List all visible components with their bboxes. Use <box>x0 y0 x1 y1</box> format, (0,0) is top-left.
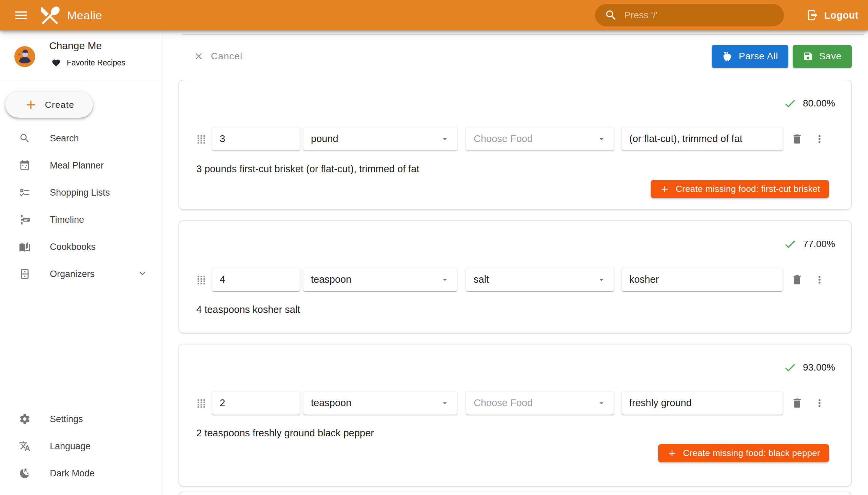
parse-all-label: Parse All <box>739 51 778 62</box>
sidebar-item-organizers[interactable]: Organizers <box>0 260 162 288</box>
note-field <box>622 268 783 291</box>
note-field <box>622 391 783 415</box>
parser-toolbar: Cancel Parse All Save <box>193 45 852 68</box>
sidebar-item-cookbooks[interactable]: Cookbooks <box>0 233 162 260</box>
create-missing-food-button[interactable]: Create missing food: black pepper <box>658 444 829 462</box>
kebab-menu-icon <box>814 274 825 286</box>
file-cabinet-icon <box>19 268 31 280</box>
sidebar-item-timeline[interactable]: Timeline <box>0 206 162 233</box>
logout-label: Logout <box>824 10 858 21</box>
logout-button[interactable]: Logout <box>806 0 858 31</box>
sidebar-item-label: Language <box>50 441 90 451</box>
trash-icon <box>791 133 803 145</box>
unit-value: teaspoon <box>311 397 351 409</box>
parse-all-button[interactable]: Parse All <box>712 45 788 68</box>
ingredient-menu-button[interactable] <box>811 395 828 411</box>
create-missing-food-button[interactable]: Create missing food: first-cut brisket <box>651 180 829 198</box>
drag-handle-icon[interactable] <box>196 397 207 409</box>
menu-down-icon <box>440 398 449 408</box>
hamburger-menu-icon[interactable] <box>10 4 32 26</box>
logout-icon <box>806 9 819 21</box>
create-button[interactable]: Create <box>5 92 93 118</box>
ingredient-row: pound Choose Food <box>179 127 851 151</box>
sidebar: Change Me Favorite Recipes Create Search… <box>0 31 163 495</box>
unit-select[interactable]: pound <box>303 127 457 151</box>
save-icon <box>803 51 813 62</box>
original-ingredient-text: 3 pounds first-cut brisket (or flat-cut)… <box>196 164 851 175</box>
check-icon <box>783 237 797 251</box>
ingredient-row: teaspoon Choose Food <box>179 391 851 415</box>
delete-ingredient-button[interactable] <box>789 272 805 288</box>
menu-down-icon <box>597 134 606 144</box>
sidebar-item-label: Shopping Lists <box>50 187 110 198</box>
create-button-label: Create <box>45 100 74 110</box>
sidebar-item-label: Search <box>50 133 79 144</box>
menu-down-icon <box>597 275 606 285</box>
sidebar-item-meal-planner[interactable]: Meal Planner <box>0 152 162 179</box>
sidebar-item-label: Timeline <box>50 215 84 225</box>
sidebar-item-search[interactable]: Search <box>0 125 162 152</box>
note-input[interactable] <box>629 274 775 285</box>
food-select[interactable]: Choose Food <box>466 127 614 151</box>
confidence-row: 80.00% <box>179 97 835 110</box>
sidebar-item-dark-mode[interactable]: Dark Mode <box>0 460 162 487</box>
favorite-recipes-label: Favorite Recipes <box>67 58 125 67</box>
search-input[interactable] <box>624 10 781 21</box>
delete-ingredient-button[interactable] <box>789 131 805 147</box>
menu-down-icon <box>440 275 449 285</box>
content-top-divider <box>182 34 864 35</box>
global-search[interactable] <box>595 4 784 27</box>
save-label: Save <box>819 51 841 62</box>
sidebar-bottom-nav: Settings Language Dark Mode <box>0 406 162 487</box>
user-name: Change Me <box>49 40 102 52</box>
delete-ingredient-button[interactable] <box>789 395 805 411</box>
food-select[interactable]: salt <box>466 268 614 291</box>
kebab-menu-icon <box>814 397 825 409</box>
create-missing-food-label: Create missing food: black pepper <box>683 448 820 458</box>
apple-icon <box>722 51 733 62</box>
plus-icon <box>660 184 670 194</box>
moon-stars-icon <box>19 467 31 479</box>
quantity-input[interactable] <box>220 397 292 409</box>
ingredient-menu-button[interactable] <box>811 131 828 147</box>
drag-handle-icon[interactable] <box>196 274 207 286</box>
sidebar-item-language[interactable]: Language <box>0 433 162 460</box>
unit-value: teaspoon <box>311 274 351 285</box>
plus-icon <box>667 448 677 458</box>
app-title: Mealie <box>67 9 102 22</box>
confidence-row: 93.00% <box>179 361 835 374</box>
sidebar-item-label: Organizers <box>50 269 95 279</box>
list-checks-icon <box>19 187 31 198</box>
missing-food-row: Create missing food: first-cut brisket <box>179 180 851 198</box>
unit-select[interactable]: teaspoon <box>303 391 457 415</box>
menu-down-icon <box>440 134 449 144</box>
magnify-icon <box>19 133 31 144</box>
food-select[interactable]: Choose Food <box>466 391 614 415</box>
sidebar-item-label: Settings <box>50 414 83 425</box>
sidebar-item-shopping-lists[interactable]: Shopping Lists <box>0 179 162 206</box>
drag-handle-icon[interactable] <box>196 133 207 145</box>
quantity-input[interactable] <box>220 274 292 285</box>
favorite-recipes-link[interactable]: Favorite Recipes <box>52 58 125 67</box>
sidebar-item-label: Dark Mode <box>50 468 95 479</box>
close-icon <box>193 51 204 62</box>
note-input[interactable] <box>629 133 775 144</box>
cancel-button[interactable]: Cancel <box>193 51 242 62</box>
heart-icon <box>52 58 61 67</box>
unit-select[interactable]: teaspoon <box>303 268 457 291</box>
food-placeholder: Choose Food <box>474 397 533 409</box>
note-field <box>622 127 783 151</box>
app-bar: Mealie Logout <box>0 0 868 31</box>
cancel-label: Cancel <box>211 51 242 62</box>
quantity-input[interactable] <box>220 133 292 144</box>
create-missing-food-label: Create missing food: first-cut brisket <box>676 184 820 194</box>
sidebar-item-settings[interactable]: Settings <box>0 406 162 433</box>
user-avatar[interactable] <box>14 46 35 67</box>
check-icon <box>783 361 797 374</box>
chevron-down-icon <box>137 268 148 280</box>
save-button[interactable]: Save <box>793 45 852 68</box>
plus-icon <box>24 98 38 112</box>
note-input[interactable] <box>629 397 775 409</box>
search-icon <box>605 9 617 22</box>
ingredient-menu-button[interactable] <box>811 272 828 288</box>
